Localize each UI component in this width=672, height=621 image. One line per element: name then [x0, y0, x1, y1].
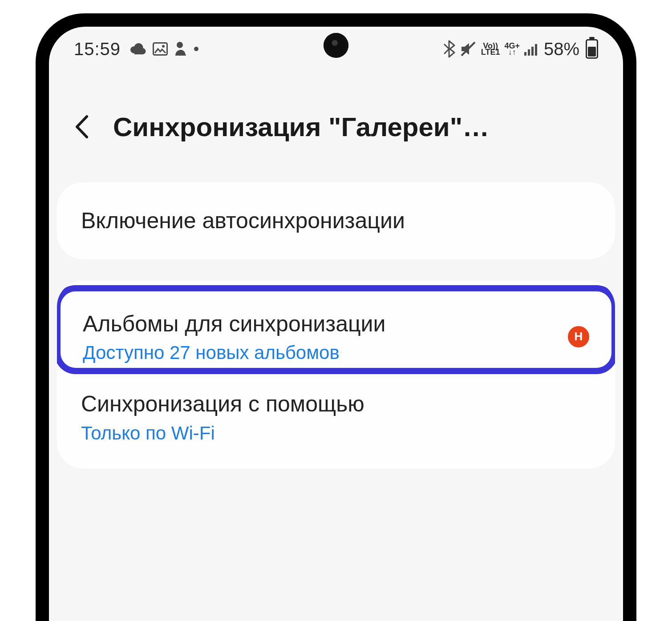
phone-frame: 15:59 [36, 13, 636, 621]
albums-subtitle: Доступно 27 новых альбомов [83, 342, 557, 363]
net-arrows: ↓↑ [508, 49, 516, 55]
row-sync-via[interactable]: Синхронизация с помощью Только по Wi-Fi [57, 379, 615, 468]
person-icon [174, 41, 187, 56]
svg-rect-7 [531, 47, 534, 56]
svg-point-3 [194, 47, 198, 51]
card-autosync: Включение автосинхронизации [57, 182, 615, 259]
svg-point-2 [177, 42, 183, 48]
bluetooth-icon [444, 40, 455, 58]
app-header: Синхронизация "Галереи"… [49, 71, 623, 182]
svg-rect-8 [535, 44, 537, 56]
row-albums[interactable]: Альбомы для синхронизации Доступно 27 но… [61, 291, 611, 368]
new-badge: Н [568, 326, 589, 347]
albums-title: Альбомы для синхронизации [83, 310, 557, 338]
card-sync-options: Альбомы для синхронизации Доступно 27 но… [57, 281, 615, 468]
cloud-icon [130, 43, 146, 55]
row-autosync[interactable]: Включение автосинхронизации [57, 182, 615, 259]
battery-text: 58% [544, 39, 579, 59]
dot-icon [194, 46, 199, 52]
mute-icon [460, 40, 477, 57]
status-right: Vo)) LTE1 4G+ ↓↑ 58% [444, 39, 598, 59]
svg-point-1 [162, 45, 165, 48]
sync-via-title: Синхронизация с помощью [81, 390, 591, 418]
volte-indicator: Vo)) LTE1 [481, 43, 500, 56]
content-area: Включение автосинхронизации Альбомы для … [49, 182, 623, 468]
autosync-label: Включение автосинхронизации [81, 207, 591, 235]
page-title: Синхронизация "Галереи"… [113, 112, 605, 142]
svg-rect-5 [524, 52, 526, 56]
net-indicator: 4G+ ↓↑ [504, 43, 520, 56]
svg-rect-6 [528, 49, 530, 56]
back-button[interactable] [67, 111, 98, 142]
signal-icon [524, 42, 539, 56]
volte-bottom: LTE1 [481, 49, 500, 55]
status-time: 15:59 [74, 39, 121, 59]
battery-icon [586, 39, 598, 59]
sync-via-subtitle: Только по Wi-Fi [81, 423, 591, 444]
camera-cutout [324, 33, 348, 58]
highlight-albums: Альбомы для синхронизации Доступно 27 но… [57, 285, 615, 375]
chevron-left-icon [73, 114, 92, 140]
phone-screen: 15:59 [49, 27, 623, 621]
image-icon [153, 42, 168, 56]
status-left: 15:59 [74, 39, 199, 59]
